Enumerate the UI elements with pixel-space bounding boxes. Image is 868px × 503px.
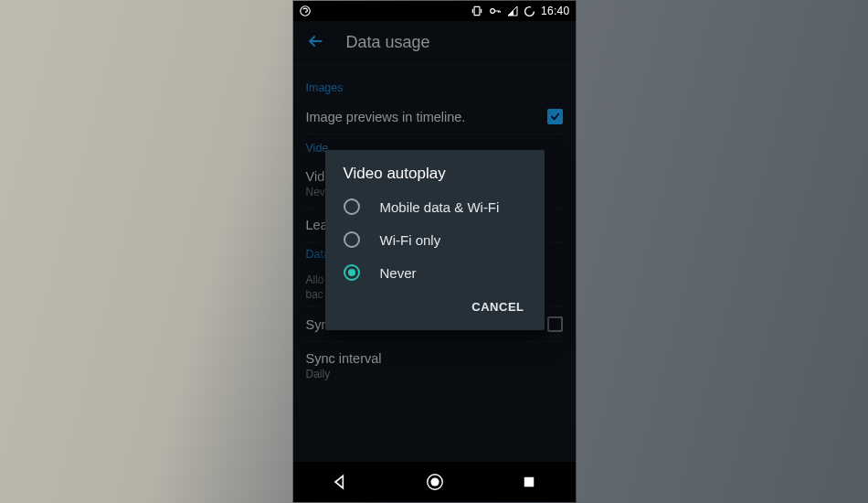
phone-frame: 16:40 Data usage Images Image previews i…	[293, 1, 576, 502]
radio-unselected-icon	[344, 198, 360, 215]
signal-icon	[507, 5, 518, 16]
row-sublabel: bac	[306, 288, 324, 301]
row-label: Sync interval	[306, 351, 382, 366]
app-bar: Data usage	[293, 21, 576, 65]
radio-selected-icon	[344, 264, 360, 281]
svg-point-3	[525, 6, 535, 16]
row-sublabel: Nev	[306, 186, 325, 198]
row-label: Image previews in timeline.	[306, 110, 466, 124]
loading-circle-icon	[524, 5, 535, 17]
system-nav-bar	[293, 462, 576, 502]
row-sublabel: Daily	[306, 368, 382, 380]
section-header-images: Images	[306, 81, 563, 94]
nav-back-icon[interactable]	[331, 473, 349, 491]
svg-point-2	[491, 9, 495, 14]
dialog-title: Video autoplay	[325, 150, 545, 190]
row-image-previews[interactable]: Image previews in timeline.	[306, 100, 563, 134]
row-label: Allo	[306, 273, 324, 286]
video-autoplay-dialog: Video autoplay Mobile data & Wi-Fi Wi-Fi…	[325, 150, 545, 330]
whatsapp-icon	[299, 5, 312, 17]
cancel-button[interactable]: CANCEL	[464, 294, 531, 319]
option-label: Never	[380, 265, 417, 281]
option-label: Mobile data & Wi-Fi	[380, 199, 500, 215]
option-label: Wi-Fi only	[380, 232, 441, 248]
svg-point-5	[430, 477, 439, 486]
dialog-actions: CANCEL	[325, 289, 545, 326]
option-never[interactable]: Never	[325, 256, 545, 289]
status-clock: 16:40	[541, 5, 570, 17]
svg-rect-6	[524, 477, 535, 487]
nav-recents-icon[interactable]	[521, 474, 537, 490]
status-bar: 16:40	[293, 1, 576, 21]
radio-unselected-icon	[344, 231, 360, 248]
vibrate-icon	[471, 5, 483, 17]
nav-home-icon[interactable]	[425, 472, 445, 492]
vpn-key-icon	[489, 5, 502, 17]
svg-rect-1	[474, 6, 480, 15]
page-title: Data usage	[346, 33, 430, 52]
row-label: Vid	[306, 169, 325, 184]
option-mobile-wifi[interactable]: Mobile data & Wi-Fi	[325, 190, 545, 223]
checkbox-checked-icon[interactable]	[547, 109, 563, 124]
option-wifi-only[interactable]: Wi-Fi only	[325, 223, 545, 256]
svg-point-0	[300, 6, 310, 16]
row-sync-interval[interactable]: Sync interval Daily	[306, 342, 563, 390]
back-arrow-icon[interactable]	[306, 32, 324, 54]
checkbox-unchecked-icon[interactable]	[547, 316, 563, 332]
